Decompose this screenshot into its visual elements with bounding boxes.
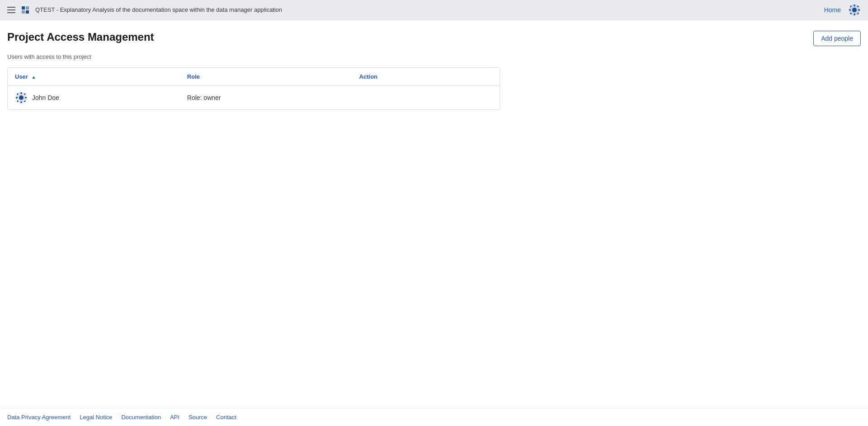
users-table-container: User ▲ Role Action John DoeRole: owner xyxy=(7,67,500,110)
svg-rect-0 xyxy=(22,6,25,9)
user-avatar-icon xyxy=(15,91,28,104)
svg-point-5 xyxy=(852,8,857,12)
svg-rect-3 xyxy=(26,10,29,14)
nav-title: QTEST - Explanatory Analysis of the docu… xyxy=(35,6,282,13)
footer-link[interactable]: Documentation xyxy=(121,414,160,421)
user-name: John Doe xyxy=(32,94,59,101)
action-column-header: Action xyxy=(352,68,500,86)
user-avatar-icon[interactable] xyxy=(848,4,861,16)
add-people-button[interactable]: Add people xyxy=(813,31,861,46)
project-icon xyxy=(21,5,30,14)
action-cell xyxy=(352,86,500,110)
top-nav: QTEST - Explanatory Analysis of the docu… xyxy=(0,0,868,20)
table-header-row: User ▲ Role Action xyxy=(8,68,500,86)
footer: Data Privacy AgreementLegal NoticeDocume… xyxy=(0,408,868,426)
footer-link[interactable]: API xyxy=(170,414,179,421)
user-cell: John Doe xyxy=(8,86,180,110)
nav-left: QTEST - Explanatory Analysis of the docu… xyxy=(7,5,282,14)
svg-rect-9 xyxy=(858,9,860,10)
footer-link[interactable]: Source xyxy=(189,414,207,421)
nav-right: Home xyxy=(824,4,861,16)
svg-rect-18 xyxy=(16,97,18,99)
role-column-header: Role xyxy=(180,68,352,86)
svg-rect-16 xyxy=(21,92,22,94)
page-header: Project Access Management Add people xyxy=(7,31,861,46)
role-cell: Role: owner xyxy=(180,86,352,110)
sort-arrow-icon: ▲ xyxy=(32,75,36,80)
table-row: John DoeRole: owner xyxy=(8,86,500,110)
home-link[interactable]: Home xyxy=(824,6,841,14)
user-column-header[interactable]: User ▲ xyxy=(8,68,180,86)
footer-link[interactable]: Data Privacy Agreement xyxy=(7,414,71,421)
svg-rect-6 xyxy=(854,5,855,6)
main-content: Project Access Management Add people Use… xyxy=(0,20,868,408)
svg-rect-1 xyxy=(26,6,29,9)
users-table: User ▲ Role Action John DoeRole: owner xyxy=(8,68,500,109)
footer-link[interactable]: Contact xyxy=(216,414,236,421)
svg-rect-19 xyxy=(25,97,27,99)
page-title: Project Access Management xyxy=(7,31,154,43)
svg-point-15 xyxy=(19,95,24,100)
footer-link[interactable]: Legal Notice xyxy=(80,414,112,421)
svg-rect-8 xyxy=(849,9,851,10)
svg-rect-17 xyxy=(21,101,22,103)
svg-rect-2 xyxy=(22,10,25,14)
svg-rect-7 xyxy=(854,14,855,15)
hamburger-menu-button[interactable] xyxy=(7,7,15,13)
subtitle: Users with access to this project xyxy=(7,53,861,60)
